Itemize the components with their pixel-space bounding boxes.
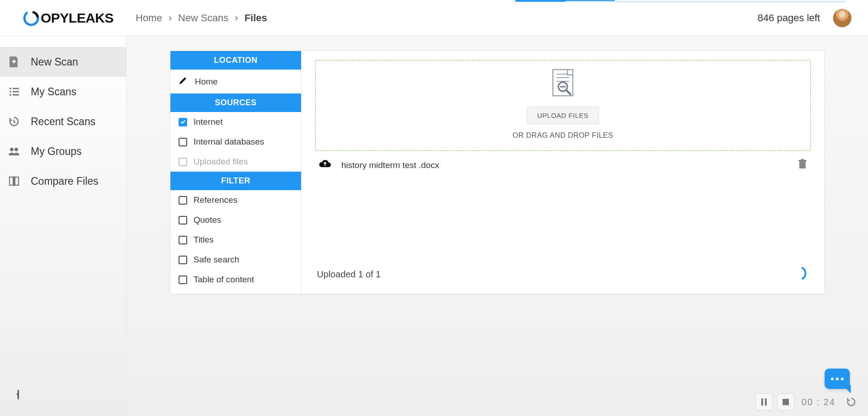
svg-point-0	[23, 9, 40, 27]
chevron-right-icon: ›	[235, 12, 238, 24]
source-label: Internet	[193, 117, 222, 127]
header: OPYLEAKS Home › New Scans › Files 846 pa…	[0, 0, 868, 36]
source-label: Uploaded files	[193, 157, 248, 167]
pause-icon	[761, 398, 767, 406]
upload-files-button[interactable]: UPLOAD FILES	[527, 107, 599, 124]
loading-arc-icon	[801, 266, 809, 282]
sidebar: New Scan My Scans Recent Scans My Groups…	[0, 36, 127, 416]
source-internet[interactable]: Internet	[170, 112, 301, 132]
group-icon	[8, 145, 20, 157]
checkbox-icon	[179, 236, 187, 244]
sources-header: SOURCES	[170, 93, 301, 112]
svg-rect-13	[14, 176, 14, 186]
chat-widget[interactable]	[825, 369, 850, 389]
file-plus-icon	[8, 56, 20, 68]
logo[interactable]: OPYLEAKS	[0, 9, 127, 27]
breadcrumb-current: Files	[245, 12, 267, 24]
checkbox-checked-icon	[179, 118, 187, 126]
uploaded-file-row: history midterm test .docx	[315, 151, 811, 179]
stop-button[interactable]	[777, 393, 794, 411]
filter-references[interactable]: References	[170, 190, 301, 210]
source-uploaded-files: Uploaded files	[170, 152, 301, 172]
replay-button[interactable]	[843, 393, 860, 411]
checkbox-icon	[179, 256, 187, 264]
player-controls: 00 : 24	[755, 393, 860, 411]
sidebar-item-label: My Scans	[31, 86, 76, 98]
filter-label: Table of content	[193, 275, 254, 285]
filter-safe-search[interactable]: Safe search	[170, 250, 301, 270]
avatar[interactable]	[833, 9, 852, 28]
pause-button[interactable]	[755, 393, 773, 411]
location-home[interactable]: Home	[170, 70, 301, 93]
chevron-right-icon: ›	[169, 12, 172, 24]
filter-quotes[interactable]: Quotes	[170, 210, 301, 230]
svg-point-5	[9, 91, 11, 93]
source-internal-databases[interactable]: Internal databases	[170, 132, 301, 152]
sidebar-item-recent-scans[interactable]: Recent Scans	[0, 107, 126, 136]
svg-rect-23	[801, 159, 804, 160]
checkbox-disabled-icon	[179, 158, 187, 166]
svg-rect-2	[14, 60, 15, 63]
main-content: LOCATION Home SOURCES Internet Internal …	[127, 36, 868, 416]
checkbox-icon	[179, 196, 187, 205]
location-header: LOCATION	[170, 51, 301, 70]
drag-drop-hint: OR DRAG AND DROP FILES	[320, 131, 806, 140]
sidebar-collapse-button[interactable]: ‹|	[16, 388, 17, 400]
stop-icon	[783, 399, 789, 405]
list-icon	[8, 86, 20, 98]
history-icon	[8, 116, 20, 127]
filter-label: References	[193, 195, 237, 205]
sidebar-item-label: My Groups	[31, 145, 81, 158]
pencil-icon	[179, 76, 188, 87]
svg-point-9	[10, 148, 14, 151]
filter-titles[interactable]: Titles	[170, 230, 301, 250]
filter-label: Safe search	[193, 255, 239, 265]
svg-rect-12	[15, 177, 19, 185]
svg-rect-4	[13, 88, 19, 89]
breadcrumb-new-scans[interactable]: New Scans	[178, 12, 228, 24]
settings-panel: LOCATION Home SOURCES Internet Internal …	[170, 51, 302, 294]
checkbox-icon	[179, 276, 187, 284]
sidebar-item-label: New Scan	[31, 56, 78, 68]
svg-point-7	[9, 94, 11, 96]
svg-rect-8	[13, 94, 19, 96]
svg-rect-25	[765, 398, 767, 406]
source-label: Internal databases	[193, 137, 264, 147]
chat-icon	[831, 378, 844, 380]
svg-rect-6	[13, 91, 19, 93]
uploaded-file-name: history midterm test .docx	[341, 160, 439, 170]
filter-table-of-content[interactable]: Table of content	[170, 270, 301, 290]
svg-point-10	[14, 148, 18, 151]
location-home-label: Home	[195, 77, 218, 87]
replay-icon	[846, 397, 857, 407]
compare-icon	[8, 175, 20, 187]
filter-label: Quotes	[193, 215, 221, 225]
dropzone[interactable]: UPLOAD FILES OR DRAG AND DROP FILES	[315, 60, 811, 151]
pages-left: 846 pages left	[758, 12, 820, 24]
trash-icon[interactable]	[798, 159, 807, 171]
breadcrumb: Home › New Scans › Files	[127, 12, 758, 24]
svg-point-3	[9, 88, 11, 89]
file-panel: UPLOAD FILES OR DRAG AND DROP FILES hist…	[302, 51, 824, 294]
upload-status: Uploaded 1 of 1	[317, 269, 381, 280]
sidebar-item-my-groups[interactable]: My Groups	[0, 136, 126, 166]
filter-label: Titles	[193, 235, 214, 245]
document-search-icon	[320, 68, 806, 99]
breadcrumb-home[interactable]: Home	[136, 12, 162, 24]
cloud-upload-icon	[319, 159, 331, 171]
sidebar-item-new-scan[interactable]: New Scan	[0, 47, 126, 77]
svg-rect-21	[799, 161, 806, 168]
checkbox-icon	[179, 216, 187, 224]
checkbox-icon	[179, 138, 187, 146]
filter-header: FILTER	[170, 172, 301, 190]
sidebar-item-label: Compare Files	[31, 175, 99, 187]
svg-rect-24	[761, 398, 763, 406]
sidebar-item-compare-files[interactable]: Compare Files	[0, 166, 126, 196]
svg-rect-26	[783, 399, 789, 405]
logo-icon	[23, 9, 40, 27]
sidebar-item-my-scans[interactable]: My Scans	[0, 77, 126, 107]
chevron-left-icon: ‹|	[16, 388, 17, 399]
player-time: 00 : 24	[799, 397, 838, 407]
svg-rect-11	[9, 177, 13, 185]
logo-text: OPYLEAKS	[41, 10, 113, 26]
